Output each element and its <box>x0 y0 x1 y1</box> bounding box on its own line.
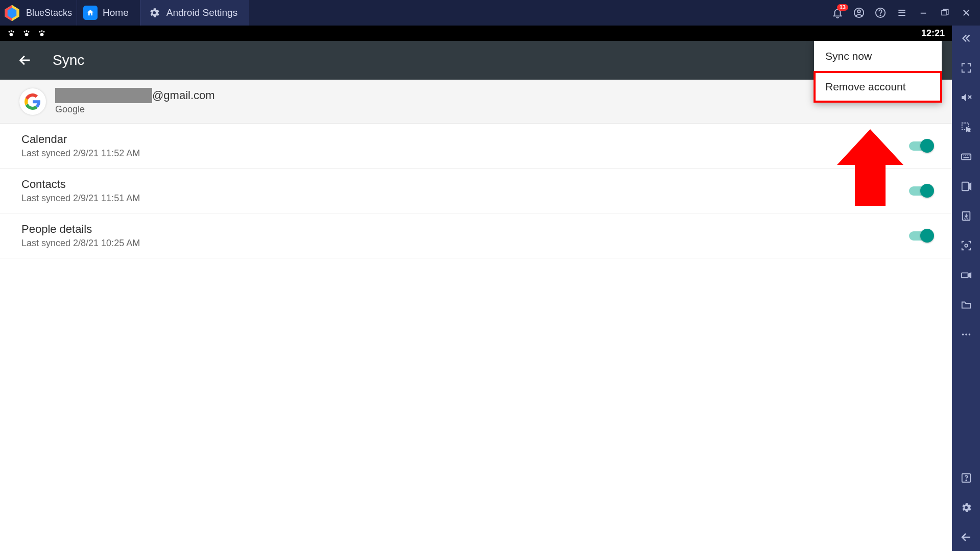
svg-rect-18 <box>961 154 970 160</box>
svg-point-16 <box>40 33 44 36</box>
status-clock: 12:21 <box>921 28 945 39</box>
sync-title: People details <box>21 223 909 236</box>
google-logo-icon <box>19 88 46 115</box>
toggle-contacts[interactable] <box>909 186 931 196</box>
paw-icon <box>7 29 15 37</box>
sync-title: Contacts <box>21 178 909 191</box>
svg-rect-23 <box>961 273 968 277</box>
sync-item-calendar[interactable]: Calendar Last synced 2/9/21 11:52 AM <box>0 124 952 169</box>
sync-item-people-details[interactable]: People details Last synced 2/8/21 10:25 … <box>0 213 952 258</box>
settings-gear-button[interactable] <box>960 501 973 514</box>
annotation-arrow-icon <box>837 129 903 206</box>
svg-point-24 <box>962 333 964 336</box>
tab-label: Home <box>103 7 129 18</box>
maximize-button[interactable] <box>939 7 950 18</box>
appbar: Sync <box>0 41 952 80</box>
sync-sub: Last synced 2/9/21 11:51 AM <box>21 193 909 204</box>
menu-sync-now[interactable]: Sync now <box>814 41 942 71</box>
install-apk-button[interactable]: APK <box>960 209 973 223</box>
minimize-button[interactable] <box>918 7 929 18</box>
app-name: BlueStacks <box>26 8 72 18</box>
more-button[interactable] <box>960 328 973 341</box>
back-side-button[interactable] <box>960 531 973 544</box>
paw-icon <box>38 29 46 37</box>
home-icon <box>83 6 98 20</box>
settings-icon <box>147 6 161 20</box>
android-screen: 12:21 Sync @gmail.com Google <box>0 26 952 551</box>
capture-button[interactable] <box>960 239 973 252</box>
redacted-email-prefix <box>55 88 152 103</box>
svg-point-25 <box>965 333 967 336</box>
svg-point-7 <box>13 31 14 33</box>
collapse-sidebar-button[interactable] <box>960 32 973 45</box>
sync-title: Calendar <box>21 133 909 146</box>
svg-point-12 <box>25 33 29 36</box>
toggle-calendar[interactable] <box>909 141 931 151</box>
account-button[interactable] <box>853 7 865 18</box>
svg-point-13 <box>39 31 41 33</box>
menu-remove-account[interactable]: Remove account <box>814 71 942 102</box>
folder-button[interactable] <box>960 298 973 312</box>
help-button[interactable] <box>875 7 886 18</box>
tab-label: Android Settings <box>166 7 237 18</box>
svg-point-26 <box>968 333 970 336</box>
svg-point-6 <box>11 30 12 32</box>
cursor-selection-button[interactable] <box>960 121 973 134</box>
svg-point-1 <box>857 10 861 13</box>
sync-item-contacts[interactable]: Contacts Last synced 2/9/21 11:51 AM <box>0 169 952 213</box>
account-header[interactable]: @gmail.com Google <box>0 80 952 124</box>
paw-icon <box>22 29 31 37</box>
bluestacks-titlebar: BlueStacks Home Android Settings 13 <box>0 0 980 26</box>
svg-text:APK: APK <box>964 218 968 220</box>
tab-android-settings[interactable]: Android Settings <box>140 0 249 26</box>
overflow-menu: Sync now Remove account <box>814 41 942 102</box>
sync-sub: Last synced 2/8/21 10:25 AM <box>21 238 909 249</box>
toggle-people-details[interactable] <box>909 231 931 241</box>
record-button[interactable] <box>960 269 973 282</box>
volume-mute-button[interactable] <box>960 91 973 104</box>
svg-point-22 <box>965 244 968 247</box>
account-email: @gmail.com <box>55 88 215 103</box>
svg-point-3 <box>880 15 880 15</box>
svg-point-10 <box>26 30 28 32</box>
back-button[interactable] <box>18 53 32 67</box>
android-statusbar: 12:21 <box>0 26 952 41</box>
tab-home[interactable]: Home <box>77 0 140 26</box>
keyboard-button[interactable] <box>960 150 973 163</box>
svg-rect-4 <box>942 11 946 15</box>
svg-point-9 <box>24 31 26 33</box>
page-title: Sync <box>53 52 84 68</box>
media-button[interactable] <box>960 180 973 193</box>
svg-rect-19 <box>962 182 968 191</box>
fullscreen-button[interactable] <box>960 61 973 75</box>
notifications-button[interactable]: 13 <box>832 7 843 18</box>
svg-point-28 <box>966 480 966 481</box>
sync-sub: Last synced 2/9/21 11:52 AM <box>21 148 909 159</box>
svg-point-15 <box>43 31 45 33</box>
help-square-button[interactable] <box>960 471 973 485</box>
svg-point-11 <box>28 31 30 33</box>
account-provider: Google <box>55 104 215 115</box>
svg-point-5 <box>9 31 10 33</box>
bluestacks-sidebar: APK <box>952 26 980 551</box>
menu-button[interactable] <box>896 7 907 18</box>
bluestacks-logo-icon <box>3 4 21 22</box>
svg-point-8 <box>10 33 13 36</box>
svg-point-14 <box>41 30 43 32</box>
notification-badge: 13 <box>837 4 848 11</box>
close-button[interactable] <box>961 7 972 18</box>
